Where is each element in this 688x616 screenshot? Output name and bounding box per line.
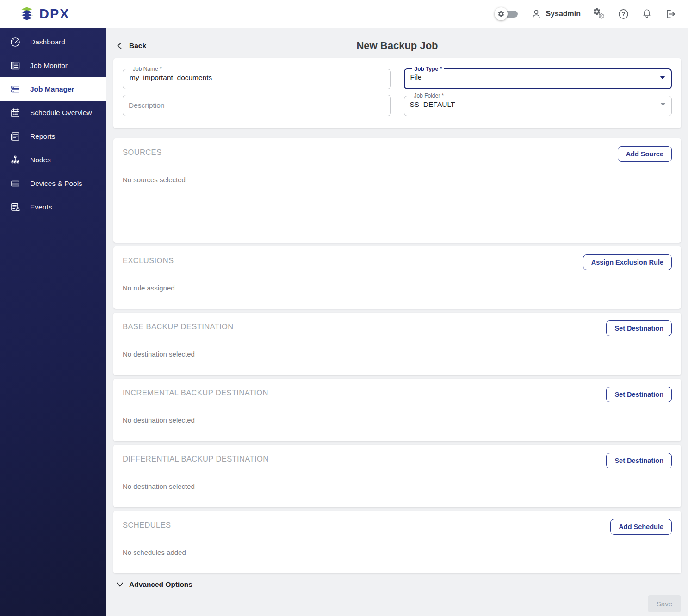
section-title: EXCLUSIONS [123,256,174,265]
job-folder-field[interactable]: Job Folder * SS_DEFAULT [404,95,672,116]
sections-list: SOURCES Add Source No sources selected E… [113,138,681,573]
section-base-backup-destination: BASE BACKUP DESTINATION Set Destination … [113,313,681,375]
user-menu[interactable]: Sysadmin [531,8,581,19]
advanced-options-toggle[interactable]: Advanced Options [116,580,681,589]
job-folder-value: SS_DEFAULT [410,100,455,109]
job-type-label: Job Type * [412,68,445,70]
section-exclusions: EXCLUSIONS Assign Exclusion Rule No rule… [113,246,681,309]
dpx-logo: DPX [19,6,70,22]
notifications-bell-icon[interactable] [641,8,652,19]
add-schedule-button[interactable]: Add Schedule [610,519,672,535]
job-type-value: File [410,73,422,81]
section-title: BASE BACKUP DESTINATION [123,322,234,331]
back-button[interactable]: Back [113,42,146,50]
section-empty-text: No destination selected [123,416,672,424]
chevron-left-icon [116,42,123,49]
section-incremental-backup-destination: INCREMENTAL BACKUP DESTINATION Set Desti… [113,379,681,441]
section-title: SOURCES [123,148,161,157]
sidebar-item-label: Job Manager [30,85,74,93]
sidebar-item-devices-pools[interactable]: Devices & Pools [0,172,106,195]
sidebar-item-label: Dashboard [30,38,65,46]
section-empty-text: No sources selected [123,176,672,184]
section-sources: SOURCES Add Source No sources selected [113,138,681,243]
list-icon [10,60,21,71]
job-name-label: Job Name * [130,68,164,70]
username: Sysadmin [545,10,581,18]
gear-toggle-thumb-icon [495,7,508,20]
sidebar-item-job-monitor[interactable]: Job Monitor [0,54,106,77]
sidebar-item-label: Devices & Pools [30,179,82,188]
section-empty-text: No schedules added [123,548,672,556]
sidebar-item-schedule-overview[interactable]: Schedule Overview [0,101,106,124]
chevron-down-icon [660,76,665,79]
section-empty-text: No rule assigned [123,284,672,292]
assign-exclusion-rule-button[interactable]: Assign Exclusion Rule [583,254,672,270]
section-empty-text: No destination selected [123,482,672,490]
set-destination-button[interactable]: Set Destination [606,387,672,402]
events-icon [10,202,21,213]
job-details-card: Job Name * Job Type * File Job Folder * … [113,58,681,128]
save-button[interactable]: Save [648,595,681,612]
set-destination-button[interactable]: Set Destination [606,453,672,468]
sidebar-item-label: Schedule Overview [30,109,92,117]
job-folder-label: Job Folder * [412,95,446,97]
main-content: Back New Backup Job Job Name * Job Type … [106,28,688,616]
job-type-field[interactable]: Job Type * File [404,68,672,89]
settings-gears-icon[interactable] [593,7,606,20]
add-source-button[interactable]: Add Source [618,146,672,162]
sidebar: Dashboard Job Monitor Job Manager Schedu… [0,28,106,616]
set-destination-button[interactable]: Set Destination [606,320,672,336]
sidebar-item-label: Events [30,203,52,211]
back-label: Back [129,42,146,50]
gauge-icon [10,37,21,48]
chevron-down-icon [116,582,124,587]
chevron-down-icon [660,103,666,106]
section-title: SCHEDULES [123,521,171,530]
section-title: INCREMENTAL BACKUP DESTINATION [123,388,268,397]
jobs-icon [10,84,21,95]
job-name-input[interactable] [129,73,385,82]
advanced-options-label: Advanced Options [129,580,192,589]
job-folder-select[interactable]: SS_DEFAULT [410,100,666,109]
description-input[interactable] [123,95,391,116]
report-icon [10,131,21,142]
theme-toggle[interactable] [495,7,519,21]
sidebar-item-nodes[interactable]: Nodes [0,148,106,172]
sidebar-item-events[interactable]: Events [0,195,106,219]
nodes-icon [10,154,21,166]
sidebar-item-job-manager[interactable]: Job Manager [0,77,106,101]
section-empty-text: No destination selected [123,350,672,358]
top-bar: DPX Sysadmin ? [0,0,688,28]
dpx-logo-layers-icon [19,6,35,22]
sidebar-item-reports[interactable]: Reports [0,124,106,148]
job-name-field: Job Name * [123,68,391,89]
device-icon [10,178,21,189]
page-title: New Backup Job [113,40,681,52]
user-icon [531,8,542,19]
sidebar-item-label: Reports [30,132,55,141]
sidebar-item-label: Nodes [30,156,51,164]
section-differential-backup-destination: DIFFERENTIAL BACKUP DESTINATION Set Dest… [113,445,681,507]
calendar-icon [10,107,21,118]
section-schedules: SCHEDULES Add Schedule No schedules adde… [113,511,681,573]
section-title: DIFFERENTIAL BACKUP DESTINATION [123,455,269,463]
help-icon[interactable]: ? [618,8,629,20]
logout-icon[interactable] [664,8,676,20]
sidebar-item-label: Job Monitor [30,62,68,70]
svg-text:?: ? [622,10,626,17]
job-type-select[interactable]: File [410,73,666,81]
brand-name: DPX [39,6,70,22]
sidebar-item-dashboard[interactable]: Dashboard [0,30,106,54]
